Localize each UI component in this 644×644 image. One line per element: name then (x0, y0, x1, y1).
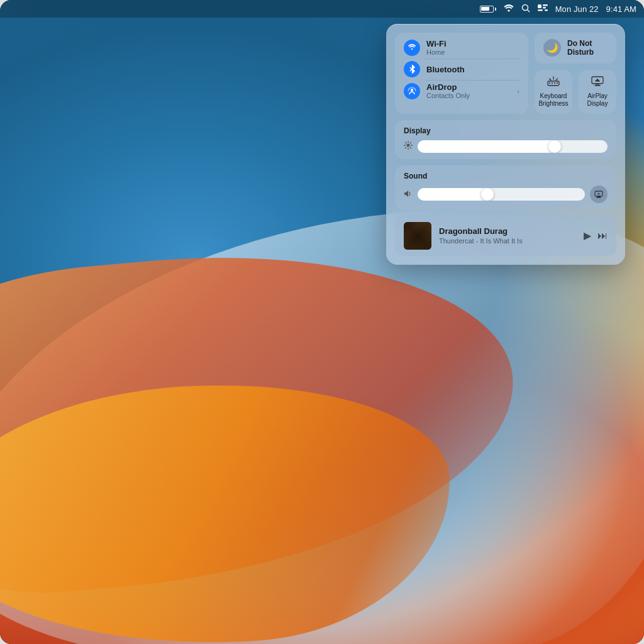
wifi-menubar-icon[interactable] (504, 4, 514, 14)
display-label: Display (404, 126, 608, 135)
keyboard-brightness-icon (547, 76, 560, 89)
airdrop-subtitle: Contacts Only (426, 92, 470, 99)
wifi-title: Wi-Fi (426, 39, 447, 48)
album-art (404, 222, 431, 250)
control-center-menubar-icon[interactable] (538, 4, 548, 14)
skip-button[interactable]: ⏭ (597, 230, 608, 242)
track-title: Dragonball Durag (439, 226, 576, 236)
battery-body (480, 6, 494, 13)
svg-point-0 (522, 4, 528, 10)
svg-line-25 (410, 147, 411, 148)
battery-tip (495, 8, 496, 11)
bluetooth-title: Bluetooth (426, 65, 465, 74)
airdrop-text: AirDrop Contacts Only (426, 82, 470, 99)
control-center-panel: Wi-Fi Home Bluetoo (386, 24, 625, 265)
play-button[interactable]: ▶ (584, 230, 591, 242)
wifi-subtitle: Home (426, 48, 447, 56)
svg-line-1 (527, 9, 530, 12)
svg-rect-6 (545, 9, 548, 11)
battery-fill (481, 7, 489, 11)
display-slider-track[interactable] (418, 140, 608, 153)
bluetooth-text: Bluetooth (426, 65, 465, 74)
svg-rect-9 (549, 82, 550, 84)
svg-line-27 (405, 147, 406, 148)
quick-toggles: 🌙 Do NotDisturb (535, 33, 616, 114)
display-panel: Display (395, 120, 616, 159)
wifi-icon (404, 40, 420, 56)
bluetooth-item[interactable]: Bluetooth (404, 61, 519, 77)
display-slider-fill (418, 140, 560, 153)
screen: Mon Jun 22 9:41 AM (0, 0, 644, 644)
display-slider-thumb (548, 140, 561, 153)
now-playing-panel: Dragonball Durag Thundercat - It Is What… (395, 216, 616, 256)
keyboard-brightness-toggle[interactable]: Keyboard Brightness (535, 70, 572, 114)
svg-line-24 (405, 143, 406, 144)
menubar-right: Mon Jun 22 9:41 AM (480, 4, 636, 14)
svg-rect-4 (543, 7, 546, 9)
sound-slider-row (404, 186, 608, 203)
sound-airplay-button[interactable] (590, 186, 608, 203)
airdrop-item[interactable]: AirDrop Contacts Only › (404, 82, 519, 99)
svg-rect-2 (538, 4, 541, 8)
airplay-display-toggle[interactable]: AirPlay Display (579, 70, 616, 114)
airdrop-icon (404, 83, 420, 99)
dnd-icon: 🌙 (543, 39, 561, 57)
wifi-text: Wi-Fi Home (426, 39, 447, 56)
sound-slider-fill (418, 188, 493, 201)
playback-controls: ▶ ⏭ (584, 230, 608, 242)
battery-icon (480, 6, 496, 13)
display-slider-row (404, 140, 608, 153)
airdrop-chevron-icon: › (517, 87, 519, 95)
menubar-date: Mon Jun 22 (555, 4, 599, 14)
track-info: Dragonball Durag Thundercat - It Is What… (439, 226, 576, 245)
airdrop-title: AirDrop (426, 82, 470, 92)
menubar-time: 9:41 AM (606, 4, 636, 14)
sound-slider-thumb (481, 188, 494, 201)
svg-rect-10 (552, 82, 553, 84)
airplay-display-label: AirPlay Display (582, 92, 613, 108)
top-section: Wi-Fi Home Bluetoo (395, 33, 616, 114)
menubar: Mon Jun 22 9:41 AM (0, 0, 644, 18)
bluetooth-icon (404, 61, 420, 77)
keyboard-brightness-label: Keyboard Brightness (538, 92, 569, 108)
small-toggles: Keyboard Brightness AirPlay Display (535, 70, 616, 114)
svg-rect-3 (543, 4, 548, 6)
svg-rect-11 (554, 82, 555, 84)
airplay-display-icon (591, 76, 604, 89)
sound-slider-track[interactable] (418, 188, 585, 201)
wifi-item[interactable]: Wi-Fi Home (404, 39, 519, 56)
dnd-label: Do NotDisturb (567, 39, 594, 57)
connectivity-panel: Wi-Fi Home Bluetoo (395, 33, 528, 114)
svg-line-15 (556, 79, 558, 80)
svg-point-7 (411, 89, 413, 91)
svg-rect-5 (538, 9, 543, 11)
svg-line-26 (410, 143, 411, 144)
brightness-icon (404, 141, 413, 152)
track-artist: Thundercat - It Is What It Is (439, 237, 576, 245)
svg-rect-12 (557, 82, 558, 84)
sound-panel: Sound (395, 165, 616, 209)
sound-label: Sound (404, 172, 608, 180)
volume-icon (404, 189, 413, 199)
spotlight-menubar-icon[interactable] (521, 4, 530, 14)
svg-point-19 (407, 144, 410, 147)
dnd-panel[interactable]: 🌙 Do NotDisturb (535, 33, 616, 64)
